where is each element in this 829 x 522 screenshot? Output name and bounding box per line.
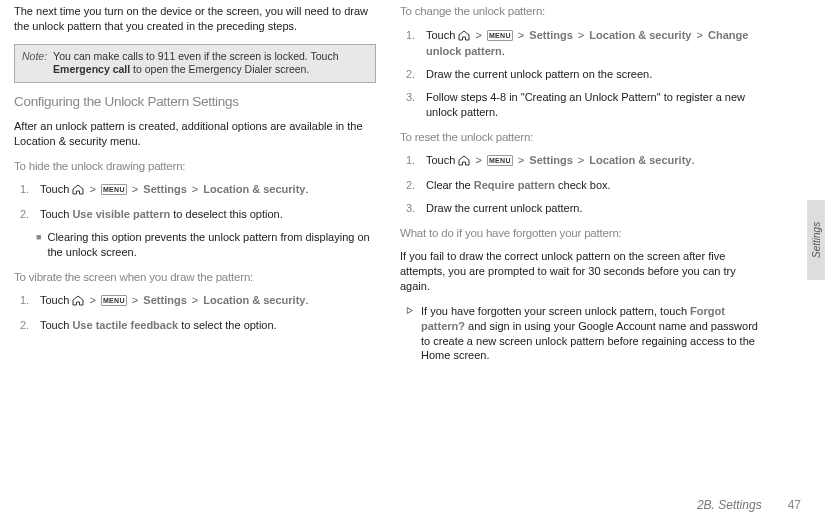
menu-icon: MENU bbox=[101, 184, 127, 195]
footer-section: 2B. Settings bbox=[697, 498, 762, 512]
chevron-right-icon: > bbox=[87, 183, 97, 195]
left-column: The next time you turn on the device or … bbox=[14, 4, 376, 371]
chevron-right-icon: > bbox=[190, 183, 200, 195]
home-icon bbox=[458, 30, 470, 45]
chevron-right-icon: > bbox=[190, 294, 200, 306]
home-icon bbox=[458, 155, 470, 170]
step-number: 2. bbox=[406, 67, 420, 82]
chevron-right-icon: > bbox=[576, 29, 586, 41]
list-item: 1. Touch > MENU > Settings > Location & … bbox=[14, 182, 376, 199]
heading-reset: To reset the unlock pattern: bbox=[400, 130, 762, 146]
step-number: 3. bbox=[406, 201, 420, 216]
page-body: The next time you turn on the device or … bbox=[0, 0, 784, 371]
chevron-right-icon: > bbox=[130, 183, 140, 195]
step-text: Draw the current unlock pattern on the s… bbox=[426, 67, 762, 82]
list-item: 2. Clear the Require pattern check box. bbox=[400, 178, 762, 193]
menu-icon: MENU bbox=[101, 295, 127, 306]
list-item: 1. Touch > MENU > Settings > Location & … bbox=[400, 153, 762, 170]
step-number: 3. bbox=[406, 90, 420, 120]
sub-bullet: ■ Clearing this option prevents the unlo… bbox=[14, 230, 376, 260]
home-icon bbox=[72, 295, 84, 310]
note-label: Note: bbox=[22, 50, 47, 77]
square-bullet-icon: ■ bbox=[36, 230, 41, 260]
step-text: Touch Use visible pattern to deselect th… bbox=[40, 207, 376, 222]
config-para: After an unlock pattern is created, addi… bbox=[14, 119, 376, 149]
sub-bullet-text: Clearing this option prevents the unlock… bbox=[47, 230, 376, 260]
step-number: 2. bbox=[406, 178, 420, 193]
caret-right-icon: ᐅ bbox=[406, 304, 413, 363]
step-text: Touch Use tactile feedback to select the… bbox=[40, 318, 376, 333]
note-box: Note: You can make calls to 911 even if … bbox=[14, 44, 376, 83]
page-number: 47 bbox=[788, 498, 801, 512]
chevron-right-icon: > bbox=[87, 294, 97, 306]
step-number: 2. bbox=[20, 207, 34, 222]
chevron-right-icon: > bbox=[694, 29, 704, 41]
step-number: 1. bbox=[20, 293, 34, 310]
right-column: To change the unlock pattern: 1. Touch >… bbox=[400, 4, 762, 371]
step-text: Follow steps 4-8 in "Creating an Unlock … bbox=[426, 90, 762, 120]
side-tab: Settings bbox=[807, 200, 825, 280]
step-text: Draw the current unlock pattern. bbox=[426, 201, 762, 216]
chevron-right-icon: > bbox=[516, 29, 526, 41]
step-text: Touch > MENU > Settings > Location & sec… bbox=[40, 182, 376, 199]
step-text: Clear the Require pattern check box. bbox=[426, 178, 762, 193]
step-text: Touch > MENU > Settings > Location & sec… bbox=[426, 28, 762, 60]
arrow-bullet-text: If you have forgotten your screen unlock… bbox=[421, 304, 762, 363]
chevron-right-icon: > bbox=[130, 294, 140, 306]
list-item: 1. Touch > MENU > Settings > Location & … bbox=[400, 28, 762, 60]
step-text: Touch > MENU > Settings > Location & sec… bbox=[426, 153, 762, 170]
chevron-right-icon: > bbox=[473, 154, 483, 166]
list-item: 3. Draw the current unlock pattern. bbox=[400, 201, 762, 216]
page-footer: 2B. Settings 47 bbox=[697, 498, 801, 512]
menu-icon: MENU bbox=[487, 155, 513, 166]
forgot-para: If you fail to draw the correct unlock p… bbox=[400, 249, 762, 294]
list-item: 2. Draw the current unlock pattern on th… bbox=[400, 67, 762, 82]
list-item: 2. Touch Use visible pattern to deselect… bbox=[14, 207, 376, 222]
note-text: You can make calls to 911 even if the sc… bbox=[53, 50, 368, 77]
chevron-right-icon: > bbox=[576, 154, 586, 166]
list-item: 3. Follow steps 4-8 in "Creating an Unlo… bbox=[400, 90, 762, 120]
list-item: 1. Touch > MENU > Settings > Location & … bbox=[14, 293, 376, 310]
chevron-right-icon: > bbox=[473, 29, 483, 41]
step-text: Touch > MENU > Settings > Location & sec… bbox=[40, 293, 376, 310]
intro-para: The next time you turn on the device or … bbox=[14, 4, 376, 34]
heading-hide: To hide the unlock drawing pattern: bbox=[14, 159, 376, 175]
step-number: 1. bbox=[406, 28, 420, 60]
arrow-bullet: ᐅ If you have forgotten your screen unlo… bbox=[400, 304, 762, 363]
step-number: 1. bbox=[20, 182, 34, 199]
heading-configure: Configuring the Unlock Pattern Settings bbox=[14, 93, 376, 111]
step-number: 2. bbox=[20, 318, 34, 333]
chevron-right-icon: > bbox=[516, 154, 526, 166]
menu-icon: MENU bbox=[487, 30, 513, 41]
heading-forgot: What to do if you have forgotten your pa… bbox=[400, 226, 762, 242]
list-item: 2. Touch Use tactile feedback to select … bbox=[14, 318, 376, 333]
step-number: 1. bbox=[406, 153, 420, 170]
heading-vibrate: To vibrate the screen when you draw the … bbox=[14, 270, 376, 286]
heading-change: To change the unlock pattern: bbox=[400, 4, 762, 20]
home-icon bbox=[72, 184, 84, 199]
